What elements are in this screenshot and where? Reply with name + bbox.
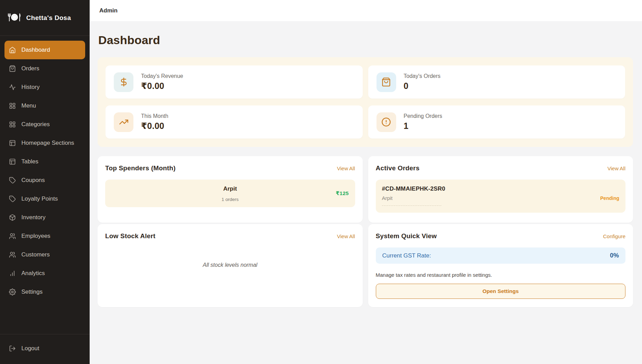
stat-label: Pending Orders xyxy=(404,113,442,119)
sidebar-item-homepage-sections[interactable]: Homepage Sections xyxy=(4,134,85,152)
sidebar-item-label: Coupons xyxy=(21,177,45,184)
low-stock-view-all-link[interactable]: View All xyxy=(337,233,355,239)
configure-link[interactable]: Configure xyxy=(603,233,625,239)
panel-header: Low Stock Alert View All xyxy=(105,232,355,240)
activity-icon xyxy=(9,84,16,91)
stat-label: Today's Revenue xyxy=(141,73,183,79)
panels-grid: Top Spenders (Month) View All Arpit 1 or… xyxy=(98,156,633,307)
layout-icon xyxy=(9,158,16,165)
panel-title: Active Orders xyxy=(376,164,420,172)
topbar: Admin xyxy=(90,0,642,22)
package-icon xyxy=(9,214,16,221)
panel-header: Active Orders View All xyxy=(376,164,626,172)
sidebar-item-analytics[interactable]: Analytics xyxy=(4,264,85,283)
spender-orders-count: 1 orders xyxy=(111,197,349,202)
sidebar-item-label: Settings xyxy=(21,289,42,295)
sidebar-item-dashboard[interactable]: Dashboard xyxy=(4,41,85,59)
sidebar-item-categories[interactable]: Categories xyxy=(4,115,85,134)
active-orders-view-all-link[interactable]: View All xyxy=(608,165,625,171)
sidebar-item-coupons[interactable]: Coupons xyxy=(4,171,85,190)
sidebar-item-label: Inventory xyxy=(21,214,46,221)
low-stock-panel: Low Stock Alert View All All stock level… xyxy=(98,224,363,307)
stat-card-todays-orders: Today's Orders 0 xyxy=(368,65,625,99)
stat-text: Today's Orders 0 xyxy=(404,73,441,91)
stat-card-this-month: This Month ₹0.00 xyxy=(106,105,363,139)
tag-icon xyxy=(9,177,16,184)
sidebar-item-label: Analytics xyxy=(21,270,45,277)
stat-card-todays-revenue: Today's Revenue ₹0.00 xyxy=(106,65,363,99)
main-area: Admin Dashboard Today's Revenue ₹0.00 To… xyxy=(90,0,642,364)
sidebar-nav: Dashboard Orders History Menu Categories… xyxy=(0,36,90,334)
system-quick-view-panel: System Quick View Configure Current GST … xyxy=(368,224,633,307)
stat-card-pending-orders: Pending Orders 1 xyxy=(368,105,625,139)
home-icon xyxy=(9,47,16,53)
stat-value: ₹0.00 xyxy=(141,121,168,131)
sidebar-item-label: Customers xyxy=(21,251,50,258)
sidebar-item-label: History xyxy=(21,84,40,91)
brand-name: Chetta's Dosa xyxy=(26,14,71,22)
sidebar-item-loyalty-points[interactable]: Loyalty Points xyxy=(4,190,85,208)
sidebar-item-inventory[interactable]: Inventory xyxy=(4,208,85,227)
top-spenders-view-all-link[interactable]: View All xyxy=(337,165,355,171)
stat-text: This Month ₹0.00 xyxy=(141,113,168,131)
low-stock-empty-text: All stock levels normal xyxy=(105,240,355,282)
sidebar-item-tables[interactable]: Tables xyxy=(4,152,85,171)
top-spenders-panel: Top Spenders (Month) View All Arpit 1 or… xyxy=(98,156,363,223)
spender-amount: ₹125 xyxy=(336,190,349,196)
restaurant-logo-icon xyxy=(8,11,21,24)
sidebar-item-customers[interactable]: Customers xyxy=(4,245,85,264)
spender-name: Arpit xyxy=(111,185,349,192)
page-title: Dashboard xyxy=(98,33,633,47)
users-icon xyxy=(9,233,16,240)
alert-circle-icon xyxy=(377,112,396,132)
sidebar-item-label: Orders xyxy=(21,65,39,72)
stat-text: Pending Orders 1 xyxy=(404,113,442,131)
order-id: #CD-MMAIEPHK-2SR0 xyxy=(382,185,620,192)
gst-rate-row: Current GST Rate: 0% xyxy=(376,247,626,264)
layout-icon xyxy=(9,140,16,146)
topbar-title: Admin xyxy=(99,7,118,14)
shopping-bag-icon xyxy=(9,65,16,72)
content: Dashboard Today's Revenue ₹0.00 Today's … xyxy=(90,22,642,364)
gst-rate-label: Current GST Rate: xyxy=(382,252,431,259)
gear-icon xyxy=(9,289,16,295)
top-spender-row: Arpit 1 orders ₹125 xyxy=(105,180,355,207)
sidebar-item-menu[interactable]: Menu xyxy=(4,97,85,115)
stat-label: Today's Orders xyxy=(404,73,441,79)
panel-header: System Quick View Configure xyxy=(376,232,626,240)
sidebar-item-label: Categories xyxy=(21,121,50,128)
sidebar-item-label: Dashboard xyxy=(21,47,50,53)
sidebar-item-employees[interactable]: Employees xyxy=(4,227,85,245)
open-settings-button[interactable]: Open Settings xyxy=(376,284,626,299)
stat-value: 1 xyxy=(404,121,442,131)
sidebar-item-label: Tables xyxy=(21,158,38,165)
system-note: Manage tax rates and restaurant profile … xyxy=(376,272,626,278)
sidebar-item-orders[interactable]: Orders xyxy=(4,59,85,78)
order-status-badge: Pending xyxy=(600,195,619,201)
stats-container: Today's Revenue ₹0.00 Today's Orders 0 xyxy=(98,57,633,147)
panel-title: Low Stock Alert xyxy=(105,232,156,240)
sidebar-item-label: Menu xyxy=(21,102,36,109)
shopping-bag-icon xyxy=(377,72,396,92)
stat-value: ₹0.00 xyxy=(141,81,183,91)
sidebar: Chetta's Dosa Dashboard Orders History M… xyxy=(0,0,90,364)
sidebar-item-label: Homepage Sections xyxy=(21,140,74,146)
brand: Chetta's Dosa xyxy=(0,0,90,36)
sidebar-item-label: Employees xyxy=(21,233,50,240)
active-orders-panel: Active Orders View All #CD-MMAIEPHK-2SR0… xyxy=(368,156,633,223)
active-order-row[interactable]: #CD-MMAIEPHK-2SR0 Arpit Pending xyxy=(376,180,626,213)
sidebar-item-label: Loyalty Points xyxy=(21,195,58,202)
tag-icon xyxy=(9,195,16,202)
logout-button[interactable]: Logout xyxy=(4,339,85,358)
logout-label: Logout xyxy=(21,345,39,352)
bar-chart-icon xyxy=(9,270,16,277)
panel-title: Top Spenders (Month) xyxy=(105,164,175,172)
grid-icon xyxy=(9,102,16,109)
logout-icon xyxy=(9,345,16,352)
gst-rate-value: 0% xyxy=(610,252,619,259)
panel-header: Top Spenders (Month) View All xyxy=(105,164,355,172)
stat-text: Today's Revenue ₹0.00 xyxy=(141,73,183,91)
sidebar-item-history[interactable]: History xyxy=(4,78,85,97)
sidebar-item-settings[interactable]: Settings xyxy=(4,283,85,301)
grid-icon xyxy=(9,121,16,128)
